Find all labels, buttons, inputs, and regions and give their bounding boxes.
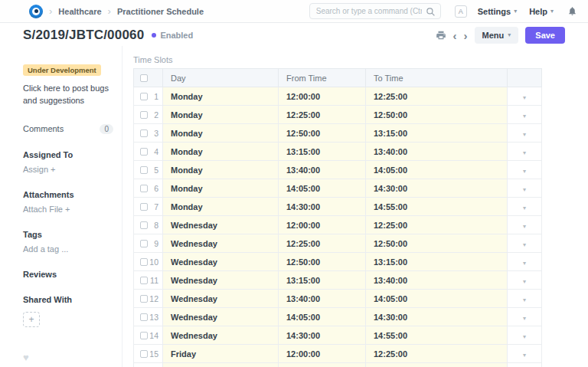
- from-time-cell[interactable]: 12:25:00: [279, 234, 366, 253]
- to-time-cell[interactable]: 13:15:00: [366, 124, 508, 143]
- breadcrumb-practitioner-schedule[interactable]: Practitioner Schedule: [117, 7, 204, 16]
- from-time-cell[interactable]: 12:50:00: [279, 124, 366, 143]
- day-cell[interactable]: Wednesday: [163, 326, 279, 345]
- save-button[interactable]: Save: [525, 27, 565, 44]
- day-cell[interactable]: Wednesday: [163, 271, 279, 290]
- row-dropdown-toggle chevron-down-icon[interactable]: ▾: [523, 94, 526, 101]
- menu-button[interactable]: Menu ▾: [475, 27, 519, 44]
- print-icon[interactable]: [436, 30, 446, 41]
- notifications-bell-icon[interactable]: [567, 6, 577, 16]
- to-time-cell[interactable]: 13:40:00: [366, 143, 508, 161]
- from-time-cell[interactable]: 14:05:00: [279, 308, 366, 326]
- day-cell[interactable]: [163, 363, 279, 367]
- to-time-cell[interactable]: 13:40:00: [366, 271, 508, 290]
- to-time-cell[interactable]: 12:25:00: [366, 216, 508, 234]
- attach-file-link[interactable]: Attach File +: [23, 205, 114, 214]
- row-dropdown-toggle chevron-down-icon[interactable]: ▾: [523, 315, 526, 322]
- under-development-badge[interactable]: Under Development: [23, 64, 101, 76]
- to-time-cell[interactable]: 14:30:00: [366, 179, 508, 198]
- from-time-cell[interactable]: 12:25:00: [279, 106, 366, 124]
- row-checkbox[interactable]: [140, 258, 148, 266]
- help-menu[interactable]: Help ▾: [529, 7, 554, 16]
- row-checkbox[interactable]: [140, 111, 148, 119]
- app-logo-icon[interactable]: [29, 5, 43, 18]
- day-cell[interactable]: Wednesday: [163, 216, 279, 234]
- from-time-cell[interactable]: 13:15:00: [279, 271, 366, 290]
- search-input[interactable]: [309, 3, 441, 19]
- row-dropdown-toggle chevron-down-icon[interactable]: ▾: [523, 278, 526, 285]
- row-dropdown-toggle chevron-down-icon[interactable]: ▾: [523, 131, 526, 138]
- row-checkbox[interactable]: [140, 166, 148, 174]
- to-time-cell[interactable]: 14:05:00: [366, 161, 508, 179]
- row-checkbox[interactable]: [140, 221, 148, 229]
- from-time-cell[interactable]: [279, 363, 366, 367]
- day-cell[interactable]: Monday: [163, 143, 279, 161]
- assign-link[interactable]: Assign +: [23, 165, 114, 174]
- row-checkbox[interactable]: [140, 277, 148, 284]
- column-header-from-time[interactable]: From Time: [279, 69, 366, 87]
- to-time-cell[interactable]: 14:30:00: [366, 308, 508, 326]
- row-checkbox[interactable]: [140, 240, 148, 247]
- row-checkbox[interactable]: [140, 203, 148, 211]
- day-cell[interactable]: Wednesday: [163, 290, 279, 308]
- report-bugs-link[interactable]: Click here to post bugs and suggestions: [23, 83, 109, 107]
- row-checkbox[interactable]: [140, 93, 148, 100]
- row-dropdown-toggle chevron-down-icon[interactable]: ▾: [523, 168, 526, 175]
- row-dropdown-toggle chevron-down-icon[interactable]: ▾: [523, 113, 526, 120]
- row-dropdown-toggle chevron-down-icon[interactable]: ▾: [523, 352, 526, 359]
- column-header-to-time[interactable]: To Time: [366, 69, 508, 87]
- row-checkbox[interactable]: [140, 295, 148, 303]
- share-add-button[interactable]: +: [23, 312, 40, 327]
- to-time-cell[interactable]: 13:15:00: [366, 253, 508, 271]
- day-cell[interactable]: Wednesday: [163, 253, 279, 271]
- comments-link[interactable]: Comments 0: [23, 124, 113, 134]
- row-dropdown-toggle chevron-down-icon[interactable]: ▾: [523, 297, 526, 303]
- like-heart-icon[interactable]: ♥: [23, 352, 114, 363]
- to-time-cell[interactable]: [366, 363, 508, 367]
- row-checkbox[interactable]: [140, 332, 148, 339]
- from-time-cell[interactable]: 12:50:00: [279, 253, 366, 271]
- row-checkbox[interactable]: [140, 185, 148, 192]
- day-cell[interactable]: Monday: [163, 106, 279, 124]
- row-checkbox[interactable]: [140, 129, 148, 137]
- from-time-cell[interactable]: 14:05:00: [279, 179, 366, 198]
- to-time-cell[interactable]: 14:55:00: [366, 326, 508, 345]
- day-cell[interactable]: Wednesday: [163, 234, 279, 253]
- day-cell[interactable]: Monday: [163, 179, 279, 198]
- from-time-cell[interactable]: 12:00:00: [279, 216, 366, 234]
- row-checkbox[interactable]: [140, 350, 148, 358]
- settings-menu[interactable]: Settings ▾: [478, 7, 517, 16]
- row-dropdown-toggle chevron-down-icon[interactable]: ▾: [523, 223, 526, 230]
- prev-doc-button[interactable]: ‹: [453, 30, 457, 41]
- row-dropdown-toggle chevron-down-icon[interactable]: ▾: [523, 205, 526, 211]
- row-dropdown-toggle chevron-down-icon[interactable]: ▾: [523, 149, 526, 156]
- row-checkbox[interactable]: [140, 313, 148, 321]
- day-cell[interactable]: Monday: [163, 161, 279, 179]
- column-header-day[interactable]: Day: [163, 69, 279, 87]
- row-checkbox[interactable]: [140, 148, 148, 156]
- to-time-cell[interactable]: 14:05:00: [366, 290, 508, 308]
- to-time-cell[interactable]: 12:25:00: [366, 87, 508, 106]
- from-time-cell[interactable]: 14:30:00: [279, 198, 366, 216]
- from-time-cell[interactable]: 13:15:00: [279, 143, 366, 161]
- breadcrumb-healthcare[interactable]: Healthcare: [58, 7, 101, 16]
- from-time-cell[interactable]: 13:40:00: [279, 161, 366, 179]
- day-cell[interactable]: Monday: [163, 87, 279, 106]
- day-cell[interactable]: Friday: [163, 345, 279, 363]
- avatar[interactable]: A: [455, 5, 467, 18]
- to-time-cell[interactable]: 12:50:00: [366, 234, 508, 253]
- to-time-cell[interactable]: 12:50:00: [366, 106, 508, 124]
- to-time-cell[interactable]: 12:25:00: [366, 345, 508, 363]
- row-dropdown-toggle chevron-down-icon[interactable]: ▾: [523, 186, 526, 193]
- from-time-cell[interactable]: 13:40:00: [279, 290, 366, 308]
- row-dropdown-toggle chevron-down-icon[interactable]: ▾: [523, 241, 526, 248]
- to-time-cell[interactable]: 14:55:00: [366, 198, 508, 216]
- add-tag-link[interactable]: Add a tag ...: [23, 244, 114, 254]
- day-cell[interactable]: Monday: [163, 124, 279, 143]
- from-time-cell[interactable]: 12:00:00: [279, 87, 366, 106]
- select-all-checkbox[interactable]: [140, 74, 148, 82]
- day-cell[interactable]: Monday: [163, 198, 279, 216]
- next-doc-button[interactable]: ›: [464, 30, 468, 41]
- from-time-cell[interactable]: 12:00:00: [279, 345, 366, 363]
- from-time-cell[interactable]: 14:30:00: [279, 326, 366, 345]
